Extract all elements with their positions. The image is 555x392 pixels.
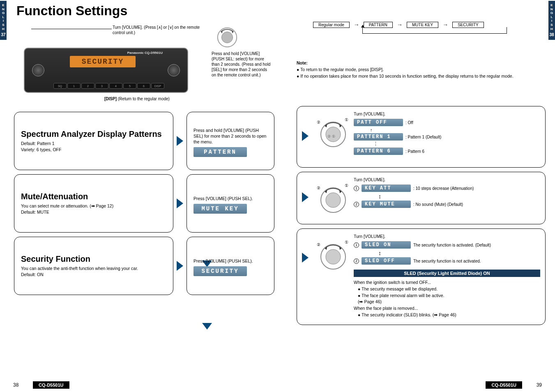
svg-text:② ①: ② ① — [327, 134, 335, 138]
disp-caption-rest: (Return to the regular mode) — [117, 97, 170, 101]
svg-text:①: ① — [345, 183, 348, 188]
turn-label: Turn [VOLUME]. — [354, 111, 540, 116]
lcd-key-mute: KEY MUTE — [362, 201, 411, 208]
disp-caption-bold: [DISP] — [104, 97, 117, 101]
arrow-right-icon — [302, 131, 309, 141]
knob-diagram: ① ② — [313, 236, 350, 273]
footer-model-right: CQ-D5501U — [486, 381, 522, 389]
lcd-pattern6: PATTERN 6 — [354, 148, 403, 155]
feature-title: Mute/Attenuation — [21, 192, 166, 201]
arrow-right-icon — [302, 253, 309, 263]
arrow-up-icon: ↑ — [370, 127, 373, 132]
radio-button-row: SQ 1 2 3 4 5 6 DISP — [53, 83, 164, 89]
radio-brand: Panasonic CQ-D5501U — [127, 51, 163, 55]
sled-line: ● The security indicator (SLED) blinks. … — [354, 312, 540, 318]
svg-point-12 — [326, 193, 341, 208]
feature-row-pattern: Spectrum Analyzer Display Patterns Defau… — [14, 112, 279, 170]
svg-text:②: ② — [317, 186, 320, 190]
sled-line: ● The security message will be displayed… — [354, 286, 540, 293]
feature-box-security: Security Function You can activate the a… — [14, 237, 173, 295]
note-line: ● If no operation takes place for more t… — [297, 73, 543, 80]
knob-diagram: ① ② — [313, 180, 350, 217]
feature-title: Spectrum Analyzer Display Patterns — [21, 129, 166, 139]
side-tab-right: ENGLISH 38 — [548, 1, 555, 40]
setting-row-security: ① ② Turn [VOLUME]. 1 SLED ON The securit… — [297, 228, 546, 325]
knob-diagram: ① ② ② ① — [313, 114, 350, 151]
opt-line: 1 SLED ON The security function is activ… — [354, 241, 540, 249]
radio-btn: 4 — [109, 83, 122, 89]
arrow-right-icon — [177, 198, 183, 208]
radio-knob-right — [168, 64, 180, 76]
options-col: Turn [VOLUME]. 1 SLED ON The security fu… — [354, 232, 540, 318]
radio-lcd: SECURITY — [70, 56, 136, 67]
sled-list: When the ignition switch is turned OFF..… — [354, 279, 540, 318]
opt-line: 2 SLED OFF The security function is not … — [354, 257, 540, 265]
feature-action-text: Press [VOLUME] (PUSH SEL). — [193, 196, 267, 201]
footer-model-left: CQ-D5501U — [33, 381, 69, 389]
arrow-updown-icon: ↕ — [378, 193, 540, 200]
arrow-updown-icon: ↕ — [378, 250, 540, 256]
side-tab-page-right: 38 — [549, 32, 554, 37]
svg-point-1 — [221, 32, 233, 43]
remote-instruction-text: Press and hold [VOLUME] (PUSH SEL: selec… — [212, 51, 271, 78]
feature-action-security: Press [VOLUME] (PUSH SEL). SECURITY — [187, 237, 274, 295]
opt-num: 1 — [354, 186, 359, 191]
feature-action-text: Press [VOLUME] (PUSH SEL). — [193, 258, 267, 264]
disp-caption: [DISP] (Return to the regular mode) — [104, 97, 170, 101]
options-col: Turn [VOLUME]. PATT OFF : Off ↑ PATTERN … — [354, 110, 540, 156]
feature-desc: You can activate the anti-theft function… — [21, 265, 166, 277]
radio-btn: 3 — [95, 83, 108, 89]
opt-label: The security function is not activated. — [413, 259, 481, 263]
opt-label: : No sound (Mute) (Default) — [413, 202, 463, 207]
note-block: Note: ● To return to the regular mode, p… — [297, 60, 543, 79]
feature-box-mute: Mute/Attenuation You can select mute or … — [14, 174, 173, 233]
options-col: Turn [VOLUME]. 1 KEY ATT : 10 steps decr… — [354, 175, 540, 209]
lcd-sled-on: SLED ON — [362, 241, 411, 249]
feature-action-pattern: Press and hold [VOLUME] (PUSH SEL) for m… — [187, 112, 274, 170]
opt-label: The security function is activated. (Def… — [413, 243, 491, 247]
footer-page-right: 39 — [537, 382, 542, 388]
radio-btn: 6 — [137, 83, 150, 89]
opt-label: : Pattern 6 — [405, 149, 424, 154]
sled-line: When the face plate is removed... — [354, 305, 540, 312]
lcd-patt-off: PATT OFF — [354, 119, 403, 126]
opt-line: PATTERN 1 : Pattern 1 (Default) — [354, 133, 540, 141]
svg-text:①: ① — [345, 118, 348, 122]
feature-box-spectrum: Spectrum Analyzer Display Patterns Defau… — [14, 112, 173, 170]
sled-line: (➡ Page 46) — [354, 299, 540, 305]
lcd-pattern1: PATTERN 1 — [354, 133, 403, 141]
side-tab-lang: ENGLISH — [1, 3, 6, 31]
turn-label: Turn [VOLUME]. — [354, 234, 540, 239]
turn-label: Turn [VOLUME]. — [354, 177, 540, 182]
side-tab-left: ENGLISH 37 — [0, 1, 7, 40]
page-title: Function Settings — [16, 3, 127, 18]
opt-line: PATT OFF : Off — [354, 119, 540, 126]
opt-label: : Off — [405, 120, 413, 125]
vertical-dots-icon — [375, 142, 376, 146]
remote-knob-diagram — [215, 25, 239, 49]
flow-regular: Regular mode — [313, 22, 350, 28]
lcd-security: SECURITY — [193, 266, 247, 276]
sled-line: When the ignition switch is turned OFF..… — [354, 279, 540, 286]
feature-desc: You can select mute or attenuation. (➡ P… — [21, 203, 166, 215]
feature-row-security: Security Function You can activate the a… — [14, 237, 279, 295]
radio-btn: SQ — [53, 83, 67, 89]
svg-point-18 — [326, 249, 341, 264]
note-title: Note: — [297, 60, 543, 67]
arrow-right-icon — [177, 261, 183, 271]
footer-page-left: 38 — [13, 382, 18, 388]
note-line: ● To return to the regular mode, press [… — [297, 67, 543, 73]
svg-text:②: ② — [317, 120, 320, 125]
opt-line-2: 2 KEY MUTE : No sound (Mute) (Default) — [354, 201, 540, 208]
arrow-right-icon: → — [354, 21, 359, 28]
sled-line: ● The face plate removal alarm will be a… — [354, 293, 540, 299]
arrow-up-icon-row: ↑ — [370, 127, 540, 132]
opt-num: 2 — [354, 202, 359, 207]
lcd-key-att: KEY ATT — [362, 184, 411, 192]
top-instruction: Turn [VOLUME]. (Press [∧] or [∨] on the … — [113, 25, 203, 35]
feature-action-text: Press and hold [VOLUME] (PUSH SEL) for m… — [193, 127, 267, 145]
arrow-down-wrap — [202, 323, 212, 330]
arrow-right-icon — [302, 192, 309, 202]
lcd-pattern: PATTERN — [193, 147, 247, 157]
radio-btn: 1 — [67, 83, 81, 89]
